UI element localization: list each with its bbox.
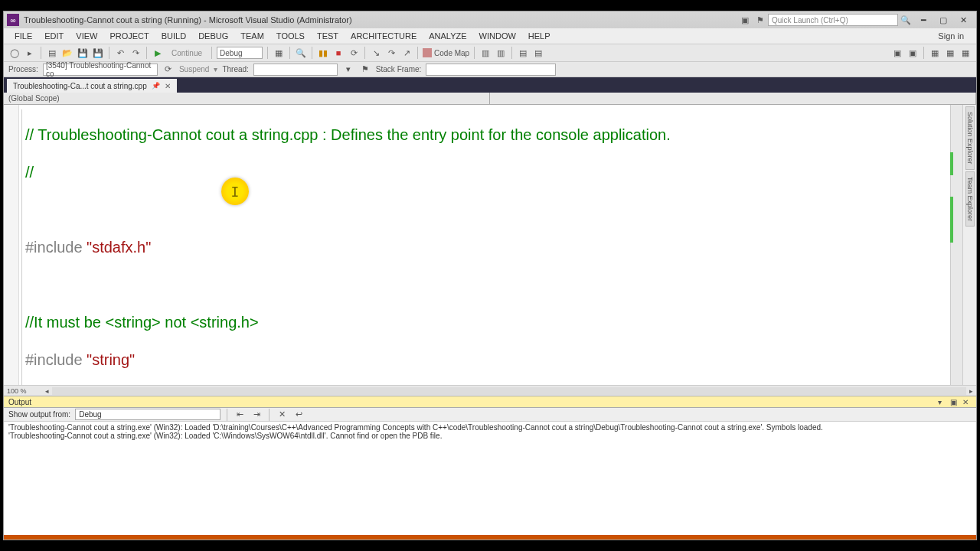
pause-icon[interactable]: ▮▮ bbox=[317, 47, 329, 59]
quick-launch-input[interactable]: Quick Launch (Ctrl+Q) bbox=[768, 14, 898, 26]
close-button[interactable]: ✕ bbox=[953, 13, 973, 27]
menu-project[interactable]: PROJECT bbox=[103, 30, 155, 42]
step-over-icon[interactable]: ↷ bbox=[385, 47, 397, 59]
config-dropdown[interactable]: Debug bbox=[217, 47, 263, 59]
debug-toolbar: Process: [3540] Troubleshooting-Cannot c… bbox=[4, 62, 976, 77]
menu-architecture[interactable]: ARCHITECTURE bbox=[345, 30, 423, 42]
tb-r4-icon[interactable]: ▦ bbox=[944, 47, 956, 59]
continue-play-icon[interactable]: ▶ bbox=[152, 47, 164, 59]
notifications-icon[interactable]: ▣ bbox=[740, 15, 750, 25]
pin-icon[interactable]: 📌 bbox=[152, 82, 160, 90]
menu-analyze[interactable]: ANALYZE bbox=[423, 30, 472, 42]
team-explorer-tab[interactable]: Team Explorer bbox=[965, 171, 975, 227]
forward-icon[interactable]: ▸ bbox=[24, 47, 36, 59]
scroll-left-icon[interactable]: ◂ bbox=[45, 387, 49, 395]
cycle-icon[interactable]: ⟳ bbox=[162, 64, 175, 76]
code-editor[interactable]: // Troubleshooting-Cannot cout a string.… bbox=[4, 105, 962, 385]
feedback-icon[interactable]: ⚑ bbox=[755, 15, 766, 25]
show-output-from-dropdown[interactable]: Debug bbox=[75, 409, 220, 420]
vs-window: Troubleshooting-Cannot cout a string (Ru… bbox=[3, 11, 977, 540]
codemap-button[interactable]: Code Map bbox=[423, 48, 469, 57]
output-panel-header[interactable]: Output ▾ ▣ ✕ bbox=[4, 396, 976, 408]
stop-icon[interactable]: ■ bbox=[332, 47, 345, 59]
code-line: "stdafx.h" bbox=[87, 239, 151, 256]
output-title-label: Output bbox=[8, 398, 31, 406]
output-dropdown-icon[interactable]: ▾ bbox=[938, 398, 947, 406]
step-into-icon[interactable]: ↘ bbox=[370, 47, 382, 59]
tb-misc4-icon[interactable]: ▤ bbox=[532, 47, 544, 59]
menu-tools[interactable]: TOOLS bbox=[270, 30, 311, 42]
menubar: FILE EDIT VIEW PROJECT BUILD DEBUG TEAM … bbox=[4, 28, 976, 44]
save-icon[interactable]: 💾 bbox=[77, 47, 89, 59]
show-output-from-label: Show output from: bbox=[8, 410, 70, 419]
redo-icon[interactable]: ↷ bbox=[129, 47, 142, 59]
undo-icon[interactable]: ↶ bbox=[114, 47, 126, 59]
solution-explorer-tab[interactable]: Solution Explorer bbox=[965, 106, 975, 170]
zoom-dropdown[interactable]: 100 % bbox=[7, 387, 45, 395]
scope-right-dropdown[interactable] bbox=[490, 93, 976, 104]
thread-prev-icon[interactable]: ▾ bbox=[342, 64, 354, 76]
scope-bar: (Global Scope) bbox=[4, 93, 976, 105]
output-close-icon[interactable]: ✕ bbox=[962, 398, 972, 406]
menu-help[interactable]: HELP bbox=[522, 30, 557, 42]
save-all-icon[interactable]: 💾 bbox=[92, 47, 104, 59]
thread-dropdown[interactable] bbox=[253, 64, 338, 76]
document-tab[interactable]: Troubleshooting-Ca...t cout a string.cpp… bbox=[7, 79, 177, 93]
menu-file[interactable]: FILE bbox=[8, 30, 38, 42]
tool-icon[interactable]: ▦ bbox=[273, 47, 285, 59]
code-content[interactable]: // Troubleshooting-Cannot cout a string.… bbox=[25, 105, 950, 385]
output-clear-icon[interactable]: ✕ bbox=[276, 409, 288, 421]
minimize-button[interactable]: ━ bbox=[913, 13, 933, 27]
restart-icon[interactable]: ⟳ bbox=[348, 47, 360, 59]
document-tabstrip: Troubleshooting-Ca...t cout a string.cpp… bbox=[4, 77, 976, 93]
change-indicator bbox=[950, 105, 955, 385]
scope-left-dropdown[interactable]: (Global Scope) bbox=[4, 93, 490, 104]
tb-r5-icon[interactable]: ▦ bbox=[959, 47, 972, 59]
output-next-icon[interactable]: ⇥ bbox=[250, 409, 263, 421]
thread-label: Thread: bbox=[222, 65, 248, 73]
stackframe-dropdown[interactable] bbox=[426, 64, 556, 76]
horizontal-scrollbar[interactable] bbox=[52, 387, 966, 395]
tb-r3-icon[interactable]: ▦ bbox=[929, 47, 941, 59]
output-pin-icon[interactable]: ▣ bbox=[950, 398, 959, 406]
menu-edit[interactable]: EDIT bbox=[38, 30, 70, 42]
menu-build[interactable]: BUILD bbox=[155, 30, 192, 42]
suspend-button[interactable]: Suspend bbox=[179, 65, 209, 73]
tb-misc3-icon[interactable]: ▤ bbox=[517, 47, 529, 59]
scroll-right-icon[interactable]: ▸ bbox=[969, 387, 973, 395]
output-toolbar: Show output from: Debug ⇤ ⇥ ✕ ↩ bbox=[4, 408, 976, 422]
continue-button[interactable]: Continue bbox=[167, 48, 207, 58]
open-icon[interactable]: 📂 bbox=[61, 47, 74, 59]
vs-logo-icon bbox=[7, 14, 19, 26]
outline-gutter[interactable] bbox=[19, 105, 25, 385]
sign-in-link[interactable]: Sign in bbox=[932, 30, 972, 42]
back-icon[interactable]: ◯ bbox=[8, 47, 21, 59]
tb-r1-icon[interactable]: ▣ bbox=[891, 47, 903, 59]
menu-view[interactable]: VIEW bbox=[70, 30, 103, 42]
code-line: #include bbox=[25, 239, 87, 256]
step-out-icon[interactable]: ↗ bbox=[400, 47, 413, 59]
tb-r2-icon[interactable]: ▣ bbox=[906, 47, 919, 59]
process-dropdown[interactable]: [3540] Troubleshooting-Cannot co bbox=[43, 64, 158, 76]
tab-close-icon[interactable]: ✕ bbox=[165, 82, 171, 90]
tb-misc1-icon[interactable]: ▥ bbox=[479, 47, 492, 59]
standard-toolbar: ◯ ▸ ▤ 📂 💾 💾 ↶ ↷ ▶ Continue Debug ▦ 🔍 ▮▮ … bbox=[4, 44, 976, 62]
output-line: 'Troubleshooting-Cannot cout a string.ex… bbox=[8, 432, 442, 440]
new-icon[interactable]: ▤ bbox=[46, 47, 58, 59]
status-bar bbox=[4, 535, 976, 540]
menu-test[interactable]: TEST bbox=[311, 30, 345, 42]
output-line: 'Troubleshooting-Cannot cout a string.ex… bbox=[8, 423, 823, 432]
search-icon[interactable]: 🔍 bbox=[900, 15, 911, 25]
menu-team[interactable]: TEAM bbox=[234, 30, 270, 42]
breakpoint-gutter[interactable] bbox=[4, 105, 19, 385]
find-icon[interactable]: 🔍 bbox=[295, 47, 307, 59]
thread-flag-icon[interactable]: ⚑ bbox=[359, 64, 371, 76]
menu-window[interactable]: WINDOW bbox=[473, 30, 522, 42]
menu-debug[interactable]: DEBUG bbox=[192, 30, 234, 42]
tb-misc2-icon[interactable]: ▥ bbox=[495, 47, 507, 59]
output-prev-icon[interactable]: ⇤ bbox=[234, 409, 246, 421]
tab-label: Troubleshooting-Ca...t cout a string.cpp bbox=[13, 82, 147, 90]
output-text[interactable]: 'Troubleshooting-Cannot cout a string.ex… bbox=[4, 422, 976, 535]
maximize-button[interactable]: ▢ bbox=[933, 13, 953, 27]
output-wrap-icon[interactable]: ↩ bbox=[292, 409, 305, 421]
